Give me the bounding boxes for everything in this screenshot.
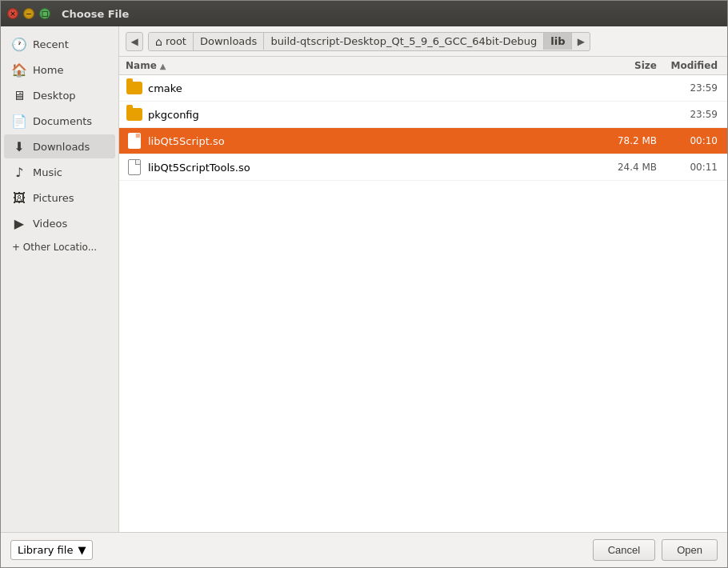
sidebar-label-music: Music xyxy=(33,166,62,178)
sidebar-label-desktop: Desktop xyxy=(33,90,76,102)
lib-file-icon xyxy=(126,158,143,176)
file-modified-cmake: 23:59 xyxy=(657,82,721,94)
sidebar-label-recent: Recent xyxy=(33,38,69,50)
sidebar-item-pictures[interactable]: 🖼 Pictures xyxy=(4,186,115,210)
sort-arrow-icon: ▲ xyxy=(160,62,166,70)
home-icon: 🏠 xyxy=(12,62,26,77)
file-name-libqt5scripttools: libQt5ScriptTools.so xyxy=(148,162,585,174)
file-size-libqt5scripttools: 24.4 MB xyxy=(585,162,657,173)
column-header-modified[interactable]: Modified xyxy=(657,60,721,71)
file-name-cmake: cmake xyxy=(148,82,585,94)
file-modified-pkgconfig: 23:59 xyxy=(657,109,721,120)
sidebar-label-documents: Documents xyxy=(33,115,92,127)
breadcrumb-root-label: root xyxy=(166,35,186,47)
titlebar: × − □ Choose File xyxy=(1,1,727,26)
pictures-icon: 🖼 xyxy=(12,190,26,205)
file-modified-libqt5script: 00:10 xyxy=(657,135,721,146)
sidebar-label-downloads: Downloads xyxy=(33,141,90,153)
file-size-libqt5script: 78.2 MB xyxy=(585,135,657,146)
sidebar-item-other-locations[interactable]: + Other Locatio... xyxy=(4,237,115,258)
maximize-button[interactable]: □ xyxy=(39,8,50,19)
desktop-icon: 🖥 xyxy=(12,88,26,102)
table-row[interactable]: pkgconfig 23:59 xyxy=(119,102,727,128)
sidebar-label-other: + Other Locatio... xyxy=(12,242,97,253)
sidebar-item-music[interactable]: ♪ Music xyxy=(4,160,115,184)
file-list: cmake 23:59 pkgconfig 23:59 xyxy=(119,75,727,532)
sidebar-item-desktop[interactable]: 🖥 Desktop xyxy=(4,83,115,107)
sidebar-label-home: Home xyxy=(33,64,63,76)
dialog-window: × − □ Choose File 🕐 Recent 🏠 Home 🖥 Desk… xyxy=(0,0,728,568)
open-button[interactable]: Open xyxy=(662,539,718,561)
back-arrow[interactable]: ◀ xyxy=(126,32,143,51)
table-row[interactable]: libQt5ScriptTools.so 24.4 MB 00:11 xyxy=(119,154,727,181)
music-icon: ♪ xyxy=(12,165,26,179)
breadcrumb-lib[interactable]: lib xyxy=(544,33,572,50)
recent-icon: 🕐 xyxy=(12,37,26,51)
content-area: ◀ root Downloads build-qtscript-Desktop_… xyxy=(119,26,727,532)
file-name-pkgconfig: pkgconfig xyxy=(148,109,585,121)
breadcrumb-forward[interactable]: ▶ xyxy=(572,36,590,47)
close-button[interactable]: × xyxy=(7,8,18,19)
breadcrumb-downloads[interactable]: Downloads xyxy=(194,33,264,50)
window-title: Choose File xyxy=(62,8,129,20)
filter-dropdown[interactable]: Library file ▼ xyxy=(10,540,93,560)
forward-arrow-icon: ▶ xyxy=(578,36,585,47)
sidebar-item-downloads[interactable]: ⬇ Downloads xyxy=(4,134,115,158)
table-row[interactable]: cmake 23:59 xyxy=(119,75,727,102)
file-modified-libqt5scripttools: 00:11 xyxy=(657,162,721,173)
sidebar-item-documents[interactable]: 📄 Documents xyxy=(4,109,115,133)
column-header-name[interactable]: Name ▲ xyxy=(126,60,585,71)
filter-label: Library file xyxy=(18,544,73,556)
folder-icon xyxy=(126,79,143,97)
file-name-libqt5script: libQt5Script.so xyxy=(148,135,585,147)
sidebar-item-videos[interactable]: ▶ Videos xyxy=(4,211,115,235)
lib-file-icon xyxy=(126,132,143,150)
sidebar-item-home[interactable]: 🏠 Home xyxy=(4,58,115,82)
breadcrumb-parts: root Downloads build-qtscript-Desktop_Qt… xyxy=(148,32,590,51)
minimize-button[interactable]: − xyxy=(23,8,34,19)
breadcrumb-build-label: build-qtscript-Desktop_Qt_5_9_6_GCC_64bi… xyxy=(270,35,537,47)
main-area: 🕐 Recent 🏠 Home 🖥 Desktop 📄 Documents ⬇ … xyxy=(1,26,727,532)
bottom-bar: Library file ▼ Cancel Open xyxy=(1,532,727,567)
file-list-header: Name ▲ Size Modified xyxy=(119,57,727,75)
table-row[interactable]: libQt5Script.so 78.2 MB 00:10 xyxy=(119,128,727,154)
sidebar-label-pictures: Pictures xyxy=(33,192,74,204)
breadcrumb-downloads-label: Downloads xyxy=(200,35,257,47)
downloads-icon: ⬇ xyxy=(12,139,26,154)
sidebar-label-videos: Videos xyxy=(33,218,67,230)
column-header-size[interactable]: Size xyxy=(585,60,657,71)
folder-icon xyxy=(126,106,143,123)
breadcrumb-build[interactable]: build-qtscript-Desktop_Qt_5_9_6_GCC_64bi… xyxy=(264,33,544,50)
filter-arrow-icon: ▼ xyxy=(78,544,86,556)
sidebar-item-recent[interactable]: 🕐 Recent xyxy=(4,32,115,56)
sidebar: 🕐 Recent 🏠 Home 🖥 Desktop 📄 Documents ⬇ … xyxy=(1,26,119,532)
documents-icon: 📄 xyxy=(12,114,26,128)
breadcrumb-lib-label: lib xyxy=(550,35,565,47)
videos-icon: ▶ xyxy=(12,216,26,230)
breadcrumb-root[interactable]: root xyxy=(149,33,194,50)
cancel-button[interactable]: Cancel xyxy=(593,539,655,561)
breadcrumb-bar: ◀ root Downloads build-qtscript-Desktop_… xyxy=(119,26,727,57)
back-arrow-icon: ◀ xyxy=(130,36,138,47)
